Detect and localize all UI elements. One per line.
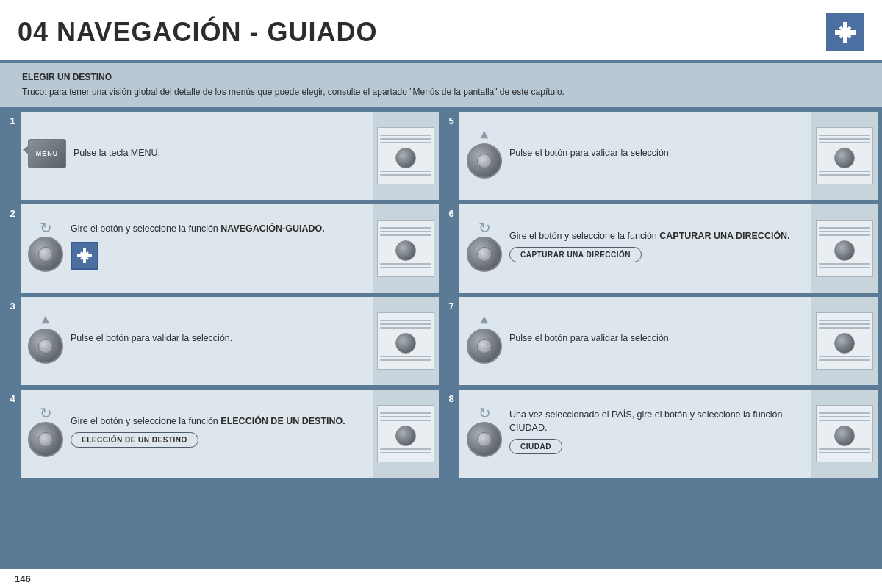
step-6-icon-area: ↻ Gire el botón y seleccione la función … <box>467 220 806 272</box>
step-4-icon-area: ↻ Gire el botón y seleccione la función … <box>28 406 367 457</box>
rotate-arrow-2: ↻ <box>40 220 52 235</box>
step-2-knob: ↻ <box>28 220 63 272</box>
step-4-number: 4 <box>4 390 21 478</box>
step-4-card: 4 ↻ Gire el botón y seleccione la funció… <box>4 390 439 478</box>
step-1-icon-area: MENU Pulse la tecla MENU. <box>28 139 367 168</box>
step-1-body: MENU Pulse la tecla MENU. <box>21 112 373 200</box>
step-6-text: Gire el botón y seleccione la función CA… <box>509 230 790 243</box>
step-1-card: 1 MENU Pulse la tecla MENU. <box>4 112 439 200</box>
device-preview-2 <box>377 220 434 277</box>
step-3-preview <box>373 297 439 385</box>
step-2-text: Gire el botón y seleccione la función NA… <box>71 223 325 236</box>
device-preview-1 <box>377 127 434 184</box>
step-3-card: 3 ▼ Pulse el botón para validar la selec… <box>4 297 439 385</box>
step-4-knob: ↻ <box>28 406 63 457</box>
rotate-arrow-8: ↻ <box>478 406 491 420</box>
step-2-icon-area: ↻ Gire el botón y seleccione la función … <box>28 220 367 272</box>
info-text: Truco: para tener una visión global del … <box>22 85 860 98</box>
info-title: ELEGIR UN DESTINO <box>22 71 860 84</box>
step-3-body: ▼ Pulse el botón para validar la selecci… <box>21 297 373 385</box>
nav-cross-icon <box>833 21 857 44</box>
step-8-icon-area: ↻ Una vez seleccionado el PAÍS, gire el … <box>467 406 806 457</box>
step-5-knob: ▼ <box>467 129 502 179</box>
device-preview-5 <box>816 127 873 184</box>
step-6-card: 6 ↻ Gire el botón y seleccione la funció… <box>443 204 878 293</box>
knob-8 <box>467 422 502 457</box>
header-nav-icon <box>826 13 864 51</box>
menu-button-icon: MENU <box>28 139 66 168</box>
step-7-text: Pulse el botón para validar la selección… <box>509 332 671 345</box>
rotate-arrow-6: ↻ <box>478 220 491 235</box>
step-3-number: 3 <box>4 297 21 385</box>
page-number: 146 <box>15 573 31 584</box>
knob-2 <box>28 237 63 272</box>
step-6-label: CAPTURAR UNA DIRECCIÓN <box>509 247 642 262</box>
push-arrow-7: ▼ <box>478 314 491 327</box>
step-8-body: ↻ Una vez seleccionado el PAÍS, gire el … <box>459 390 811 478</box>
step-8-preview <box>811 390 878 478</box>
step-5-icon-area: ▼ Pulse el botón para validar la selecci… <box>467 129 806 179</box>
step-7-card: 7 ▼ Pulse el botón para validar la selec… <box>443 297 878 385</box>
knob-4 <box>28 422 63 457</box>
step-4-preview <box>373 390 439 478</box>
step-5-card: 5 ▼ Pulse el botón para validar la selec… <box>443 112 878 200</box>
step-7-number: 7 <box>443 297 459 385</box>
step-5-text: Pulse el botón para validar la selección… <box>509 147 671 160</box>
step-2-number: 2 <box>4 204 21 293</box>
step-8-number: 8 <box>443 390 459 478</box>
step-1-number: 1 <box>4 112 21 200</box>
device-preview-4 <box>377 405 434 462</box>
step-4-body: ↻ Gire el botón y seleccione la función … <box>21 390 373 478</box>
info-bar: ELEGIR UN DESTINO Truco: para tener una … <box>0 63 882 107</box>
step-7-icon-area: ▼ Pulse el botón para validar la selecci… <box>467 314 806 364</box>
page-footer: 146 <box>0 567 882 588</box>
step-7-knob: ▼ <box>467 314 502 364</box>
rotate-arrow-4: ↻ <box>40 406 52 420</box>
knob-5 <box>467 143 502 179</box>
step-8-label: CIUDAD <box>509 439 562 454</box>
step-5-number: 5 <box>443 112 459 200</box>
knob-7 <box>467 329 502 364</box>
step-8-knob: ↻ <box>467 406 502 457</box>
push-arrow-5: ▼ <box>478 129 491 142</box>
device-preview-3 <box>377 312 434 370</box>
step-5-body: ▼ Pulse el botón para validar la selecci… <box>459 112 811 200</box>
steps-grid: 1 MENU Pulse la tecla MENU. <box>0 107 882 482</box>
step-6-preview <box>811 204 878 293</box>
push-arrow-3: ▼ <box>39 314 52 327</box>
step-3-text: Pulse el botón para validar la selección… <box>71 332 232 345</box>
step-1-text: Pulse la tecla MENU. <box>74 147 160 160</box>
page-title: 04 NAVEGACIÓN - GUIADO <box>18 17 377 48</box>
page-header: 04 NAVEGACIÓN - GUIADO <box>0 0 882 63</box>
step-2-card: 2 ↻ Gire el botón y seleccione la funció… <box>4 204 439 293</box>
device-preview-8 <box>816 405 873 462</box>
step-1-preview <box>373 112 439 200</box>
step-6-body: ↻ Gire el botón y seleccione la función … <box>459 204 811 293</box>
device-preview-6 <box>816 220 873 277</box>
step-2-body: ↻ Gire el botón y seleccione la función … <box>21 204 373 293</box>
knob-3 <box>28 329 63 364</box>
step-7-body: ▼ Pulse el botón para validar la selecci… <box>459 297 811 385</box>
step-4-text: Gire el botón y seleccione la función EL… <box>71 415 345 429</box>
step-7-preview <box>811 297 878 385</box>
step-2-preview <box>373 204 439 293</box>
step-5-preview <box>811 112 878 200</box>
step-3-knob: ▼ <box>28 314 63 364</box>
nav-guiado-icon <box>71 242 98 270</box>
step-4-label: ELECCIÓN DE UN DESTINO <box>71 432 198 448</box>
step-6-knob: ↻ <box>467 220 502 272</box>
step-8-text: Una vez seleccionado el PAÍS, gire el bo… <box>509 409 806 434</box>
step-3-icon-area: ▼ Pulse el botón para validar la selecci… <box>28 314 367 364</box>
step-8-card: 8 ↻ Una vez seleccionado el PAÍS, gire e… <box>443 390 878 478</box>
step-6-number: 6 <box>443 204 459 293</box>
device-preview-7 <box>816 312 873 370</box>
knob-6 <box>467 237 502 272</box>
